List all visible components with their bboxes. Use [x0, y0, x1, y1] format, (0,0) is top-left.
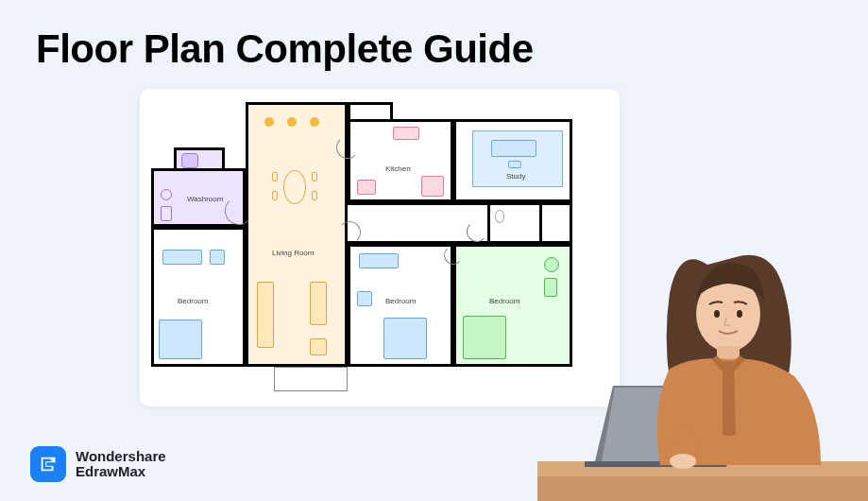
svg-rect-1: [537, 476, 868, 501]
label-bed2: Bedroom: [385, 297, 416, 305]
label-kitchen: Kitchen: [385, 164, 411, 173]
sink-icon: [161, 206, 172, 221]
svg-point-5: [670, 454, 696, 469]
nightstand-icon: [210, 250, 225, 265]
brand-line2: EdrawMax: [76, 464, 166, 479]
door-arc-icon: [225, 197, 253, 225]
door-arc-icon: [444, 246, 463, 265]
person-illustration: [528, 208, 868, 501]
stove-icon: [421, 176, 444, 197]
chair-icon: [272, 191, 278, 200]
chair-icon: [508, 161, 521, 168]
room-corridor: [348, 102, 393, 121]
brand-logo-icon: [30, 446, 66, 482]
bed-icon: [159, 320, 202, 359]
room-balcony: [274, 367, 348, 391]
svg-point-6: [714, 310, 720, 318]
toilet-icon: [495, 210, 504, 223]
label-bed3: Bedroom: [489, 297, 519, 305]
bed-icon: [463, 316, 506, 359]
label-livingroom: Living Room: [272, 249, 314, 257]
bed-icon: [383, 318, 427, 359]
counter-icon: [393, 127, 419, 140]
chair-icon: [272, 172, 278, 181]
chair-icon: [312, 172, 317, 181]
sofa-icon: [257, 282, 274, 348]
nightstand-icon: [357, 291, 372, 306]
edrawmax-glyph claimed: [38, 454, 59, 475]
brand-footer: Wondershare EdrawMax: [30, 446, 166, 482]
ceiling-fan-icon: [264, 117, 274, 127]
sofa-icon: [310, 282, 327, 325]
label-bed1: Bedroom: [178, 297, 208, 305]
ceiling-fan-icon: [310, 117, 319, 127]
page-title: Floor Plan Complete Guide: [36, 26, 534, 72]
toilet-icon: [161, 189, 172, 200]
door-arc-icon: [467, 221, 487, 242]
wardrobe-icon: [162, 250, 202, 265]
bathtub-icon: [181, 153, 198, 168]
wardrobe-icon: [359, 253, 399, 268]
label-washroom: Washroom: [187, 195, 223, 203]
chair-icon: [312, 191, 317, 200]
dining-table-icon: [283, 170, 306, 204]
desk-icon: [491, 140, 536, 157]
door-arc-icon: [338, 221, 361, 244]
counter-icon: [357, 180, 376, 195]
armchair-icon: [310, 338, 327, 355]
ceiling-fan-icon: [287, 117, 297, 127]
label-study: Study: [506, 172, 525, 181]
door-arc-icon: [336, 136, 359, 159]
brand-line1: Wondershare: [76, 449, 166, 464]
brand-text: Wondershare EdrawMax: [76, 449, 166, 479]
svg-point-7: [737, 310, 742, 318]
